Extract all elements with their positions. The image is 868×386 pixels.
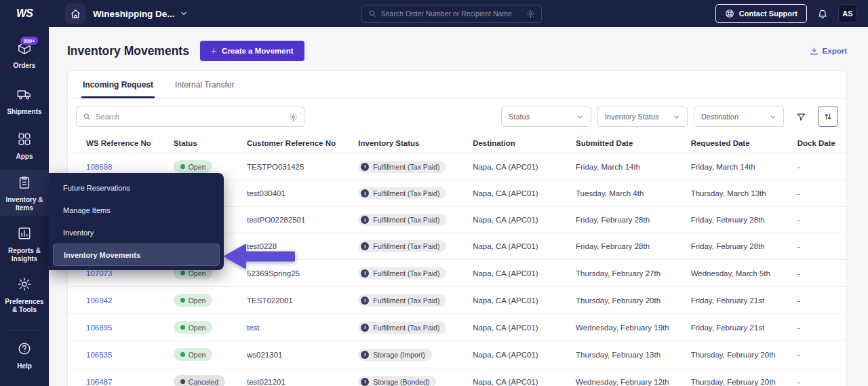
cell-customer-reference: test xyxy=(236,314,347,341)
notifications-bell-icon[interactable] xyxy=(817,8,828,19)
sort-button[interactable] xyxy=(818,107,838,127)
sort-arrows-icon xyxy=(823,112,833,121)
home-icon xyxy=(71,9,81,19)
info-icon xyxy=(361,269,369,277)
ws-logo[interactable]: WS xyxy=(0,0,49,27)
sidebar-item-reports-insights[interactable]: Reports & Insights xyxy=(0,226,49,263)
cell-submitted-date: Wednesday, February 19th xyxy=(565,314,680,341)
cell-ws-reference: 106535 xyxy=(68,341,163,368)
inventory-status-label: Storage (Import) xyxy=(373,351,425,359)
sidebar-item-inventory-items[interactable]: Inventory & Items xyxy=(0,170,49,216)
cell-ws-reference: 106487 xyxy=(68,368,163,386)
col-destination: Destination xyxy=(462,134,565,153)
inventory-status-label: Fulfillment (Tax Paid) xyxy=(373,163,439,171)
cell-inventory-status: Storage (Bonded) xyxy=(347,368,462,386)
sidebar-item-label: Help xyxy=(0,362,49,370)
cell-inventory-status: Fulfillment (Tax Paid) xyxy=(347,314,462,341)
table-row[interactable]: 106487 Canceled test021201 Storage (Bo xyxy=(68,368,846,386)
ws-reference-link[interactable]: 107073 xyxy=(86,269,112,277)
cell-dock-date: - xyxy=(787,287,846,314)
cell-inventory-status: Fulfillment (Tax Paid) xyxy=(347,207,462,233)
cell-destination: Napa, CA (APC01) xyxy=(462,260,565,287)
tab-incoming-request[interactable]: Incoming Request xyxy=(81,71,155,98)
create-movement-label: Create a Movement xyxy=(222,47,293,55)
help-circle-icon xyxy=(17,341,32,356)
status-dropdown[interactable]: Status xyxy=(501,107,591,127)
apps-grid-icon xyxy=(17,132,32,147)
cell-requested-date: Thursday, February 20th xyxy=(680,368,787,386)
funnel-icon xyxy=(796,112,806,122)
flyout-item-inventory-movements[interactable]: Inventory Movements xyxy=(53,244,220,266)
ws-reference-link[interactable]: 106535 xyxy=(86,351,112,359)
sidebar-item-label: Preferences & Tools xyxy=(0,298,49,314)
ws-reference-link[interactable]: 106487 xyxy=(86,378,112,386)
col-ws-reference-no: WS Reference No xyxy=(68,134,163,153)
home-button[interactable] xyxy=(65,3,85,24)
tab-internal-transfer[interactable]: Internal Transfer xyxy=(174,71,235,98)
col-inventory-status: Inventory Status xyxy=(347,134,462,153)
status-dot-icon xyxy=(180,164,185,169)
info-icon xyxy=(361,378,369,386)
filter-funnel-button[interactable] xyxy=(790,107,812,127)
ws-reference-link[interactable]: 108698 xyxy=(86,163,112,171)
inventory-status-dropdown[interactable]: Inventory Status xyxy=(597,107,688,127)
sidebar-item-label: Inventory & Items xyxy=(0,196,49,212)
inventory-status-label: Fulfillment (Tax Paid) xyxy=(373,189,439,197)
cell-status: Open xyxy=(163,287,236,314)
cell-requested-date: Thursday, February 20th xyxy=(680,341,787,368)
cell-customer-reference: TESTPO031425 xyxy=(236,153,347,180)
create-movement-button[interactable]: Create a Movement xyxy=(200,41,304,61)
cell-dock-date: - xyxy=(787,314,846,341)
ws-reference-link[interactable]: 106942 xyxy=(86,296,112,305)
cell-dock-date: - xyxy=(787,153,846,180)
sidebar-item-preferences-tools[interactable]: Preferences & Tools xyxy=(0,277,49,314)
inventory-status-badge: Storage (Bonded) xyxy=(358,376,436,386)
col-dock-date: Dock Date xyxy=(787,134,846,153)
status-label: Open xyxy=(189,351,206,359)
inventory-status-badge: Fulfillment (Tax Paid) xyxy=(358,161,446,173)
status-dot-icon xyxy=(180,298,185,303)
status-dropdown-label: Status xyxy=(509,113,530,121)
cell-status: Canceled xyxy=(163,368,236,386)
destination-dropdown[interactable]: Destination xyxy=(694,107,784,127)
download-icon xyxy=(810,47,818,56)
contact-support-button[interactable]: Contact Support xyxy=(715,4,807,23)
workspace-switcher[interactable]: Wineshipping De... xyxy=(93,9,188,19)
inventory-status-badge: Fulfillment (Tax Paid) xyxy=(358,187,446,199)
chevron-down-icon xyxy=(769,113,776,121)
sidebar-item-orders[interactable]: 999+ Orders xyxy=(0,41,49,70)
bar-chart-icon xyxy=(17,226,32,241)
sidebar-item-shipments[interactable]: Shipments xyxy=(0,87,49,116)
cell-inventory-status: Fulfillment (Tax Paid) xyxy=(347,260,462,287)
destination-dropdown-label: Destination xyxy=(701,113,738,121)
cell-inventory-status: Fulfillment (Tax Paid) xyxy=(347,180,462,207)
search-icon xyxy=(83,113,91,121)
cell-customer-reference: test021201 xyxy=(236,368,347,386)
ws-reference-link[interactable]: 106895 xyxy=(86,324,112,332)
cell-requested-date: Friday, February 28th xyxy=(680,207,787,233)
table-row[interactable]: 106535 Open ws021301 Storage (Import) xyxy=(68,341,846,368)
cell-requested-date: Thursday, March 13th xyxy=(680,180,787,207)
global-search-input[interactable] xyxy=(381,9,521,18)
status-label: Open xyxy=(189,269,206,277)
cell-status: Open xyxy=(163,314,236,341)
table-row[interactable]: 106895 Open test Fulfillment (Tax Paid xyxy=(68,314,846,341)
flyout-item-manage-items[interactable]: Manage Items xyxy=(49,199,224,221)
export-button[interactable]: Export xyxy=(810,47,847,56)
flyout-item-future-reservations[interactable]: Future Reservations xyxy=(49,176,224,199)
page-title: Inventory Movements xyxy=(67,44,189,58)
cell-submitted-date: Thursday, February 27th xyxy=(565,260,680,287)
search-settings-gear-icon[interactable] xyxy=(526,9,535,18)
sidebar-item-apps[interactable]: Apps xyxy=(0,132,49,161)
info-icon xyxy=(361,189,369,197)
cell-destination: Napa, CA (APC01) xyxy=(462,314,565,341)
inventory-status-label: Fulfillment (Tax Paid) xyxy=(373,296,439,305)
search-settings-gear-icon[interactable] xyxy=(289,113,298,121)
sidebar-divider xyxy=(6,330,43,330)
user-avatar[interactable]: AS xyxy=(838,4,857,23)
cell-submitted-date: Wednesday, February 12th xyxy=(565,368,680,386)
table-search-input[interactable] xyxy=(96,113,284,121)
flyout-item-inventory[interactable]: Inventory xyxy=(49,221,224,244)
table-row[interactable]: 106942 Open TEST022001 Fulfillment (Ta xyxy=(68,287,846,314)
sidebar-item-help[interactable]: Help xyxy=(0,341,49,370)
